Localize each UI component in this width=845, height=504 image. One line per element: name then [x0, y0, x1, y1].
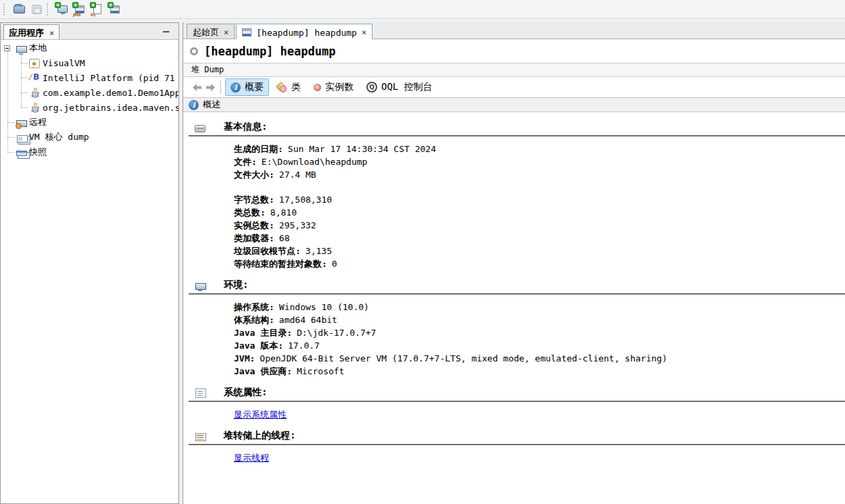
- page-title: [heapdump] heapdump: [204, 45, 335, 58]
- nav-button-label: 实例数: [325, 81, 354, 93]
- field-gc-roots: 垃圾回收根节点:3,135: [234, 245, 845, 257]
- section-system-properties: 系统属性: 显示系统属性: [183, 386, 845, 421]
- intellij-icon: /B: [29, 72, 40, 83]
- close-icon[interactable]: ×: [362, 28, 366, 37]
- main-panel: 起始页 × [heapdump] heapdump × [heapdump] h…: [183, 22, 845, 504]
- minimize-panel-button[interactable]: −: [158, 27, 174, 37]
- collapse-icon[interactable]: [4, 45, 10, 51]
- tree-item-label: VM 核心 dump: [29, 131, 89, 143]
- instances-view-button[interactable]: 实例数: [308, 78, 359, 96]
- info-icon: i: [189, 100, 199, 110]
- section-rule: [189, 135, 845, 136]
- load-snapshot-button[interactable]: [10, 1, 28, 18]
- tree-item-label: VisualVM: [43, 58, 85, 68]
- field-total-instances: 实例总数:295,332: [234, 219, 845, 232]
- tree-guide-line: [7, 137, 14, 138]
- section-basic-info: 基本信息: 生成的日期:Sun Mar 17 14:30:34 CST 2024…: [183, 121, 845, 270]
- close-icon[interactable]: ×: [49, 28, 54, 38]
- toolbar-grip: [3, 3, 7, 16]
- summary-icon: i: [231, 82, 241, 93]
- toolbar-grip: [47, 3, 51, 16]
- plus-badge: +: [72, 2, 78, 8]
- nav-button-label: 概要: [245, 81, 264, 93]
- field-jvm: JVM:OpenJDK 64-Bit Server VM (17.0.7+7-L…: [234, 352, 845, 365]
- field-pending-finalizers: 等待结束的暂挂对象数:0: [234, 257, 845, 270]
- classes-view-button[interactable]: 类: [271, 78, 306, 96]
- show-system-properties-link[interactable]: 显示系统属性: [234, 409, 287, 420]
- save-icon: [32, 5, 42, 14]
- snapshot-icon: [16, 151, 27, 156]
- tree-guide-line: [21, 63, 28, 64]
- oql-icon: Q: [366, 82, 377, 93]
- section-rule: [189, 401, 845, 402]
- heapdump-icon: [242, 28, 251, 36]
- field-total-bytes: 字节总数:17,508,310: [234, 193, 845, 206]
- heap-dump-type-bar: 堆 Dump: [183, 63, 845, 77]
- tab-heapdump[interactable]: [heapdump] heapdump ×: [236, 24, 372, 39]
- java-app-icon: [30, 102, 41, 113]
- tree-item-label: 本地: [29, 42, 47, 54]
- main-toolbar: + JMX + 01 + +: [0, 0, 845, 19]
- add-jmx-connection-button[interactable]: JMX +: [71, 1, 89, 18]
- java-app-icon: [30, 87, 41, 98]
- tree-item-label: IntelliJ Platform (pid 71: [43, 73, 175, 83]
- jmx-badge: JMX: [73, 13, 80, 17]
- applications-tree: 本地 VisualVM /B IntelliJ Platform (pid 71…: [1, 40, 178, 503]
- tree-guide-line: [7, 152, 14, 153]
- add-snapshot-button[interactable]: +: [106, 1, 124, 18]
- tab-applications-label: 应用程序: [9, 27, 44, 39]
- tab-applications[interactable]: 应用程序 ×: [3, 24, 59, 39]
- heapdump-nav-toolbar: i 概要 类 实例数 Q OQL 控制台: [183, 77, 845, 97]
- section-environment: 环境: 操作系统:Windows 10 (10.0) 体系结构:amd64 64…: [183, 279, 845, 378]
- heapdump-ring-icon: [190, 47, 198, 55]
- tree-guide-line: [7, 122, 14, 123]
- tree-guide-line: [21, 78, 28, 78]
- nav-button-label: OQL 控制台: [381, 81, 433, 93]
- close-icon[interactable]: ×: [224, 28, 228, 37]
- nav-button-label: 类: [291, 81, 301, 93]
- applications-tabbar: 应用程序 × −: [1, 23, 178, 40]
- plus-badge: +: [55, 2, 61, 8]
- field-total-classes: 类总数:8,810: [234, 206, 845, 219]
- overview-content: 基本信息: 生成的日期:Sun Mar 17 14:30:34 CST 2024…: [183, 112, 845, 504]
- section-threads: 堆转储上的线程: 显示线程: [183, 430, 845, 464]
- tab-start-page[interactable]: 起始页 ×: [187, 24, 235, 39]
- tree-item-maven-app[interactable]: org.jetbrains.idea.maven.s: [1, 100, 178, 115]
- heap-dump-type-label: 堆 Dump: [191, 64, 224, 76]
- computer-icon: [16, 46, 27, 53]
- tree-item-vm-coredump[interactable]: VM 核心 dump: [1, 130, 178, 145]
- plus-badge: +: [107, 2, 114, 8]
- section-title: 基本信息:: [224, 121, 267, 133]
- section-rule: [189, 293, 845, 295]
- field-file: 文件:E:\Download\heapdump: [234, 155, 845, 168]
- tree-item-visualvm[interactable]: VisualVM: [1, 55, 178, 70]
- tree-item-local[interactable]: 本地: [1, 41, 178, 55]
- visualvm-icon: [29, 59, 40, 68]
- tree-item-label: 快照: [29, 146, 47, 158]
- tree-item-snapshots[interactable]: 快照: [1, 145, 178, 159]
- tree-item-demo-app[interactable]: com.example.demo1.Demo1App: [1, 85, 178, 100]
- forward-button[interactable]: [204, 80, 216, 94]
- tree-item-label: 远程: [29, 116, 47, 128]
- add-remote-host-button[interactable]: +: [53, 1, 71, 18]
- field-classloaders: 类加载器:68: [234, 232, 845, 245]
- save-snapshot-button[interactable]: [28, 1, 45, 18]
- toolbar-separator: [220, 80, 221, 94]
- tree-item-remote[interactable]: 远程: [1, 115, 178, 130]
- field-java-version: Java 版本:17.0.7: [234, 339, 845, 352]
- tree-guide-line: [21, 93, 28, 93]
- tab-label: 起始页: [193, 26, 219, 39]
- tree-item-intellij[interactable]: /B IntelliJ Platform (pid 71: [1, 70, 178, 85]
- tree-item-label: org.jetbrains.idea.maven.s: [43, 103, 178, 113]
- section-title: 堆转储上的线程:: [224, 430, 295, 442]
- basic-info-icon: [195, 125, 206, 132]
- add-vm-coredump-button[interactable]: 01 +: [89, 1, 106, 18]
- oql-console-button[interactable]: Q OQL 控制台: [361, 78, 438, 96]
- classes-icon: [276, 82, 287, 93]
- overview-section-header[interactable]: i 概述: [183, 97, 845, 112]
- show-threads-link[interactable]: 显示线程: [234, 453, 269, 463]
- system-properties-icon: [195, 388, 206, 398]
- remote-icon: [16, 120, 27, 127]
- summary-view-button[interactable]: i 概要: [225, 78, 269, 96]
- back-button[interactable]: [191, 80, 203, 94]
